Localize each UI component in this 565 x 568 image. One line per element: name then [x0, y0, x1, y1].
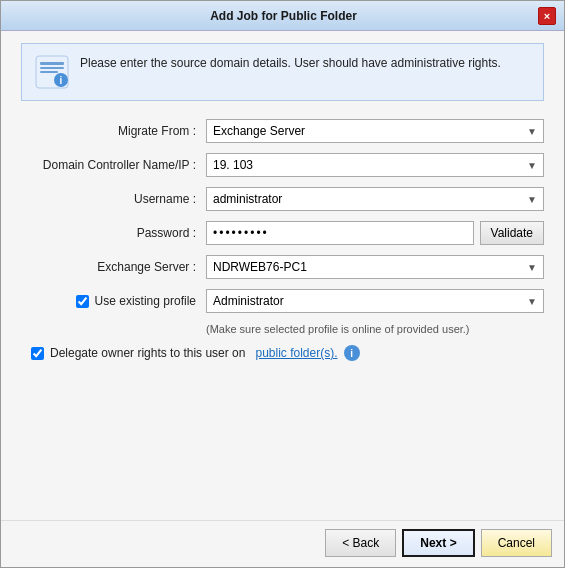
- domain-row: Domain Controller Name/IP : 19. 103 ▼: [21, 153, 544, 177]
- dialog-window: Add Job for Public Folder × i Please ent…: [0, 0, 565, 568]
- use-profile-checkbox[interactable]: [76, 295, 89, 308]
- info-icon: i: [34, 54, 70, 90]
- info-banner-text: Please enter the source domain details. …: [80, 54, 501, 72]
- exchange-row: Exchange Server : NDRWEB76-PC1 ▼: [21, 255, 544, 279]
- migrate-from-label: Migrate From :: [21, 124, 206, 138]
- delegate-link[interactable]: public folder(s).: [255, 346, 337, 360]
- exchange-dropdown[interactable]: NDRWEB76-PC1 ▼: [206, 255, 544, 279]
- svg-text:i: i: [60, 75, 63, 86]
- close-button[interactable]: ×: [538, 7, 556, 25]
- profile-row: Use existing profile Administrator ▼: [21, 289, 544, 313]
- domain-control: 19. 103 ▼: [206, 153, 544, 177]
- title-bar: Add Job for Public Folder ×: [1, 1, 564, 31]
- profile-indent: Use existing profile: [21, 294, 206, 308]
- delegate-info-icon[interactable]: i: [344, 345, 360, 361]
- exchange-arrow: ▼: [527, 262, 537, 273]
- profile-dropdown[interactable]: Administrator ▼: [206, 289, 544, 313]
- domain-value: 19. 103: [213, 158, 253, 172]
- validate-button[interactable]: Validate: [480, 221, 544, 245]
- dialog-title: Add Job for Public Folder: [29, 9, 538, 23]
- migrate-from-control: Exchange Server ▼: [206, 119, 544, 143]
- profile-value: Administrator: [213, 294, 284, 308]
- delegate-row: Delegate owner rights to this user on pu…: [21, 345, 544, 361]
- password-control: Validate: [206, 221, 544, 245]
- migrate-from-dropdown[interactable]: Exchange Server ▼: [206, 119, 544, 143]
- password-row: Password : Validate: [21, 221, 544, 245]
- cancel-button[interactable]: Cancel: [481, 529, 552, 557]
- exchange-label: Exchange Server :: [21, 260, 206, 274]
- profile-note: (Make sure selected profile is online of…: [21, 323, 544, 335]
- form-area: Migrate From : Exchange Server ▼ Domain …: [21, 119, 544, 361]
- migrate-from-row: Migrate From : Exchange Server ▼: [21, 119, 544, 143]
- domain-label: Domain Controller Name/IP :: [21, 158, 206, 172]
- use-profile-label: Use existing profile: [95, 294, 196, 308]
- back-button[interactable]: < Back: [325, 529, 396, 557]
- svg-rect-3: [40, 71, 58, 73]
- dialog-body: i Please enter the source domain details…: [1, 31, 564, 520]
- migrate-from-value: Exchange Server: [213, 124, 305, 138]
- exchange-value: NDRWEB76-PC1: [213, 260, 307, 274]
- profile-arrow: ▼: [527, 296, 537, 307]
- button-bar: < Back Next > Cancel: [1, 520, 564, 567]
- delegate-label: Delegate owner rights to this user on pu…: [50, 346, 338, 360]
- migrate-from-arrow: ▼: [527, 126, 537, 137]
- username-arrow: ▼: [527, 194, 537, 205]
- next-button[interactable]: Next >: [402, 529, 474, 557]
- password-label: Password :: [21, 226, 206, 240]
- password-input[interactable]: [206, 221, 474, 245]
- username-label: Username :: [21, 192, 206, 206]
- username-dropdown[interactable]: administrator ▼: [206, 187, 544, 211]
- username-value: administrator: [213, 192, 282, 206]
- svg-rect-2: [40, 67, 64, 69]
- profile-control: Administrator ▼: [206, 289, 544, 313]
- username-control: administrator ▼: [206, 187, 544, 211]
- svg-rect-1: [40, 62, 64, 65]
- domain-arrow: ▼: [527, 160, 537, 171]
- username-row: Username : administrator ▼: [21, 187, 544, 211]
- info-banner: i Please enter the source domain details…: [21, 43, 544, 101]
- exchange-control: NDRWEB76-PC1 ▼: [206, 255, 544, 279]
- delegate-checkbox[interactable]: [31, 347, 44, 360]
- domain-dropdown[interactable]: 19. 103 ▼: [206, 153, 544, 177]
